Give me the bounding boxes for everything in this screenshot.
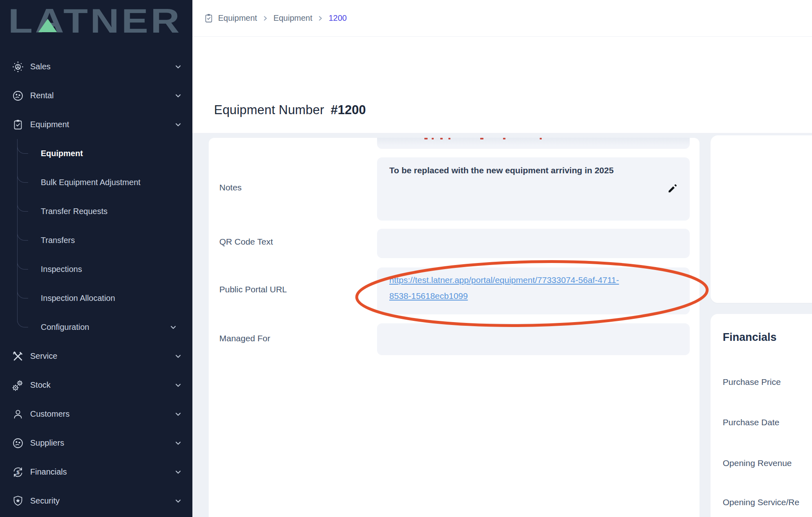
page-title: Equipment Number#1200 — [214, 103, 366, 117]
suppliers-icon — [11, 437, 24, 450]
clipped-red-text-fragment — [448, 138, 450, 139]
sidebar-item-label: Service — [30, 351, 57, 361]
clipped-red-text-fragment — [424, 138, 428, 139]
service-tools-icon — [11, 350, 24, 363]
page-header: Equipment Number#1200 Rental Status: Res… — [192, 37, 812, 133]
chevron-right-icon — [317, 15, 324, 22]
shield-star-icon — [11, 495, 24, 508]
chevron-down-icon — [174, 440, 182, 447]
edit-pencil-icon[interactable] — [666, 183, 678, 195]
sidebar-item-stock[interactable]: Stock — [0, 371, 192, 400]
sidebar-subitem-inspection-allocation[interactable]: Inspection Allocation — [0, 284, 192, 313]
sidebar-item-label: Customers — [30, 409, 70, 419]
financials-card: Financials Purchase Price Purchase Date … — [710, 314, 812, 517]
chevron-down-icon — [174, 468, 182, 476]
sidebar-item-suppliers[interactable]: Suppliers — [0, 429, 192, 457]
sidebar-item-label: Security — [30, 496, 60, 506]
chevron-down-icon — [170, 324, 177, 331]
sidebar-item-label: Stock — [30, 380, 51, 390]
logo-triangle-icon — [38, 19, 57, 32]
breadcrumb-bar: Equipment Equipment 1200 — [192, 0, 812, 37]
chevron-down-icon — [174, 63, 182, 71]
sidebar-item-service[interactable]: Service — [0, 342, 192, 371]
sidebar-item-label: Suppliers — [30, 438, 64, 448]
public-portal-url-field: https://test.latner.app/portal/equipment… — [377, 267, 690, 314]
managed-for-label: Managed For — [219, 334, 270, 343]
sidebar-item-label: Financials — [30, 467, 67, 477]
sidebar-item-security[interactable]: Security — [0, 486, 192, 515]
chevron-down-icon — [174, 121, 182, 128]
sidebar-subitem-label: Inspection Allocation — [41, 294, 115, 303]
breadcrumb-page[interactable]: Equipment — [274, 13, 313, 23]
sidebar-subitem-label: Transfers — [41, 236, 75, 245]
clipped-red-text-fragment — [432, 138, 434, 139]
sidebar-item-label: Rental — [30, 91, 54, 100]
sidebar-item-label: Sales — [30, 62, 51, 71]
public-portal-url-line2: 8538-15618ecb1099 — [389, 288, 677, 304]
clipped-red-text-fragment — [503, 138, 505, 139]
qr-code-text-field — [377, 229, 690, 258]
equipment-subnav: Equipment Bulk Equipment Adjustment Tran… — [0, 139, 192, 342]
breadcrumb-section[interactable]: Equipment — [218, 13, 257, 23]
financials-row-opening-revenue: Opening Revenue — [723, 458, 792, 468]
rental-icon — [11, 89, 24, 102]
logo-text: LATNER — [8, 3, 182, 38]
latner-logo: LATNER — [8, 3, 190, 38]
currency-exchange-icon: $ — [11, 466, 24, 479]
notes-label: Notes — [219, 183, 242, 192]
chevron-right-icon — [262, 15, 269, 22]
clipped-red-text-fragment — [440, 138, 443, 139]
chevron-down-icon — [174, 382, 182, 389]
clipboard-check-icon — [203, 13, 214, 24]
financials-row-opening-service: Opening Service/Re — [723, 497, 799, 507]
sidebar-item-equipment[interactable]: Equipment — [0, 110, 192, 139]
clipped-red-text-fragment — [540, 138, 542, 139]
sidebar-subitem-equipment[interactable]: Equipment — [0, 139, 192, 168]
main-area: Equipment Equipment 1200 Equipment Numbe… — [192, 0, 812, 517]
financials-title: Financials — [723, 331, 777, 344]
sales-icon — [11, 60, 24, 73]
qr-code-text-label: QR Code Text — [219, 237, 273, 247]
sidebar-subitem-configuration[interactable]: Configuration — [0, 313, 192, 342]
person-icon — [11, 408, 24, 421]
sidebar-item-rental[interactable]: Rental — [0, 81, 192, 110]
notes-field: To be replaced with the new equipment ar… — [377, 157, 690, 221]
sidebar-subitem-label: Equipment — [41, 149, 83, 158]
chevron-down-icon — [174, 353, 182, 360]
sidebar-subitem-inspections[interactable]: Inspections — [0, 255, 192, 284]
sidebar-subitem-bulk-equipment-adjustment[interactable]: Bulk Equipment Adjustment — [0, 168, 192, 197]
sidebar-subitem-transfers[interactable]: Transfers — [0, 226, 192, 255]
page-title-text: Equipment Number — [214, 103, 324, 117]
public-portal-url-label: Public Portal URL — [219, 285, 287, 294]
sidebar-subitem-label: Transfer Requests — [41, 207, 108, 216]
content-area: Notes To be replaced with the new equipm… — [192, 133, 812, 517]
gears-icon — [11, 379, 24, 392]
details-panel: Notes To be replaced with the new equipm… — [209, 137, 699, 517]
financials-row-purchase-date: Purchase Date — [723, 418, 779, 427]
clipped-field-box — [377, 138, 690, 149]
chevron-down-icon — [174, 92, 182, 99]
sidebar-item-sales[interactable]: Sales — [0, 52, 192, 81]
managed-for-field — [377, 323, 690, 355]
sidebar: LATNER Sales — [0, 0, 192, 517]
sidebar-item-financials[interactable]: $ Financials — [0, 457, 192, 486]
sidebar-nav: Sales Rental — [0, 52, 192, 515]
svg-text:$: $ — [16, 469, 20, 475]
breadcrumb-current: 1200 — [329, 13, 347, 23]
clipped-red-text-fragment — [480, 138, 483, 139]
chevron-down-icon — [174, 497, 182, 505]
sidebar-subitem-label: Configuration — [41, 323, 89, 332]
sidebar-subitem-transfer-requests[interactable]: Transfer Requests — [0, 197, 192, 226]
financials-row-purchase-price: Purchase Price — [723, 377, 781, 387]
chevron-down-icon — [174, 411, 182, 418]
side-card — [710, 135, 812, 303]
sidebar-item-label: Equipment — [30, 120, 69, 129]
clipboard-check-icon — [11, 118, 24, 131]
sidebar-subitem-label: Bulk Equipment Adjustment — [41, 178, 141, 187]
equipment-number: #1200 — [331, 103, 366, 117]
sidebar-item-customers[interactable]: Customers — [0, 400, 192, 429]
sidebar-subitem-label: Inspections — [41, 265, 82, 274]
public-portal-url-link[interactable]: https://test.latner.app/portal/equipment… — [389, 272, 677, 304]
public-portal-url-line1: https://test.latner.app/portal/equipment… — [389, 272, 677, 288]
notes-value: To be replaced with the new equipment ar… — [389, 166, 613, 175]
